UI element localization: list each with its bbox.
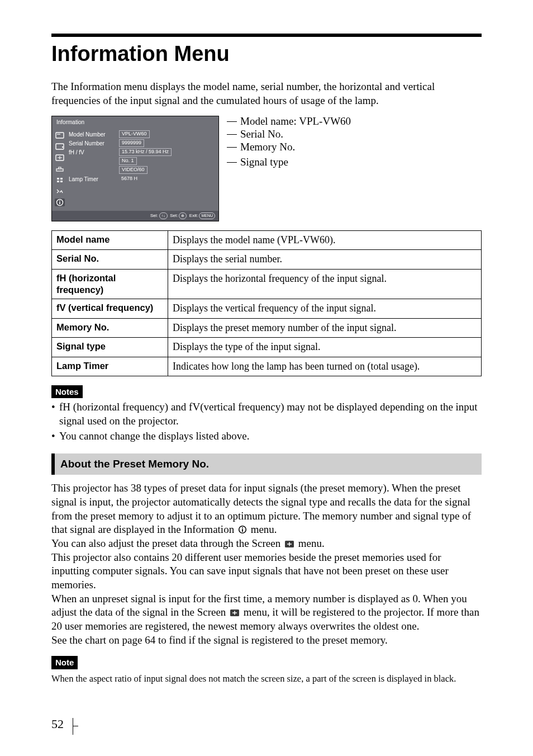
osd-footer-sel: Sel: bbox=[150, 213, 158, 218]
page-corner-mark bbox=[73, 718, 80, 735]
row-header: fH (horizontal frequency) bbox=[52, 269, 168, 299]
osd-fhfv-label: fH / fV bbox=[69, 149, 119, 156]
osd-panel: Information Model NumberVPL-VW60 Serial … bbox=[51, 116, 219, 221]
osd-footer: Sel:↑↓ Set:⊕ Exit:MENU bbox=[52, 211, 218, 221]
body-p3: This projector also contains 20 differen… bbox=[51, 551, 482, 592]
svg-rect-6 bbox=[57, 181, 59, 182]
svg-rect-3 bbox=[56, 169, 63, 171]
information-icon bbox=[238, 525, 247, 534]
notes-list: fH (horizontal frequency) and fV(vertica… bbox=[51, 400, 482, 443]
list-item: fH (horizontal frequency) and fV(vertica… bbox=[51, 400, 482, 428]
osd-signal-value: VIDEO/60 bbox=[119, 166, 147, 174]
note-text: When the aspect ratio of input signal do… bbox=[51, 673, 482, 684]
svg-rect-1 bbox=[56, 144, 64, 149]
osd-footer-sel-key: ↑↓ bbox=[159, 212, 168, 219]
svg-rect-10 bbox=[59, 202, 60, 204]
table-row: fV (vertical frequency)Displays the vert… bbox=[52, 299, 482, 318]
info-table: Model nameDisplays the model name (VPL-V… bbox=[51, 230, 482, 376]
screen-icon bbox=[230, 609, 240, 617]
row-header: Model name bbox=[52, 230, 168, 249]
callout-serial-no: Serial No. bbox=[227, 130, 351, 139]
svg-point-12 bbox=[242, 527, 243, 528]
table-row: fH (horizontal frequency)Displays the ho… bbox=[52, 269, 482, 299]
screen-icon bbox=[55, 154, 65, 162]
list-item: You cannot change the displays listed ab… bbox=[51, 429, 482, 443]
note-tag: Note bbox=[51, 656, 78, 669]
svg-rect-7 bbox=[60, 181, 63, 182]
function-icon bbox=[55, 176, 65, 184]
callout-signal-type: Signal type bbox=[227, 158, 351, 167]
osd-lamp-label: Lamp Timer bbox=[69, 176, 119, 183]
osd-footer-exit: Exit: bbox=[189, 213, 198, 218]
osd-model-value: VPL-VW60 bbox=[119, 130, 150, 138]
svg-rect-4 bbox=[57, 178, 59, 179]
table-row: Lamp TimerIndicates how long the lamp ha… bbox=[52, 357, 482, 376]
row-header: Lamp Timer bbox=[52, 357, 168, 376]
setup-icon bbox=[55, 165, 65, 173]
row-desc: Displays the horizontal frequency of the… bbox=[168, 269, 482, 299]
osd-serial-value: 9999999 bbox=[119, 139, 144, 147]
body-p5: See the chart on page 64 to find if the … bbox=[51, 634, 482, 648]
page-title: Information Menu bbox=[51, 40, 482, 68]
osd-serial-label: Serial Number bbox=[69, 140, 119, 147]
installation-icon bbox=[55, 187, 65, 195]
osd-footer-exit-key: MENU bbox=[199, 212, 215, 219]
osd-title: Information bbox=[52, 116, 218, 128]
body-text: This projector has 38 types of preset da… bbox=[51, 481, 482, 647]
osd-figure: Information Model NumberVPL-VW60 Serial … bbox=[51, 116, 482, 221]
row-desc: Displays the type of the input signal. bbox=[168, 338, 482, 357]
osd-fhfv-value: 15.73 kHz / 59.94 Hz bbox=[119, 148, 172, 156]
table-row: Signal typeDisplays the type of the inpu… bbox=[52, 338, 482, 357]
svg-point-9 bbox=[59, 200, 60, 201]
row-header: Serial No. bbox=[52, 250, 168, 269]
body-p2b: menu. bbox=[298, 537, 325, 549]
body-p2a: You can also adjust the preset data thro… bbox=[51, 537, 283, 549]
svg-rect-0 bbox=[56, 133, 64, 138]
section-heading: About the Preset Memory No. bbox=[51, 453, 482, 475]
row-desc: Displays the vertical frequency of the i… bbox=[168, 299, 482, 318]
osd-footer-set: Set: bbox=[170, 213, 178, 218]
row-header: Signal type bbox=[52, 338, 168, 357]
row-desc: Indicates how long the lamp has been tur… bbox=[168, 357, 482, 376]
notes-tag: Notes bbox=[51, 385, 83, 399]
intro-text: The Information menu displays the model … bbox=[51, 80, 482, 107]
advanced-picture-icon bbox=[55, 143, 65, 150]
osd-callouts: Model name: VPL-VW60 Serial No. Memory N… bbox=[219, 116, 351, 168]
picture-icon bbox=[55, 131, 65, 139]
information-icon bbox=[55, 199, 65, 206]
osd-footer-set-key: ⊕ bbox=[179, 212, 187, 219]
svg-rect-5 bbox=[60, 178, 63, 179]
osd-memory-value: No. 1 bbox=[119, 157, 137, 165]
row-header: fV (vertical frequency) bbox=[52, 299, 168, 318]
row-desc: Displays the serial number. bbox=[168, 250, 482, 269]
osd-model-label: Model Number bbox=[69, 131, 119, 138]
table-row: Model nameDisplays the model name (VPL-V… bbox=[52, 230, 482, 249]
screen-icon bbox=[284, 540, 294, 548]
table-row: Serial No.Displays the serial number. bbox=[52, 250, 482, 269]
page-number: 52 bbox=[51, 716, 64, 733]
osd-menu-icons bbox=[52, 128, 68, 211]
body-p1b: menu. bbox=[251, 523, 277, 535]
row-header: Memory No. bbox=[52, 318, 168, 337]
svg-rect-13 bbox=[242, 529, 243, 532]
row-desc: Displays the preset memory number of the… bbox=[168, 318, 482, 337]
table-row: Memory No.Displays the preset memory num… bbox=[52, 318, 482, 337]
title-rule bbox=[51, 34, 482, 37]
callout-memory-no: Memory No. bbox=[227, 143, 351, 152]
row-desc: Displays the model name (VPL-VW60). bbox=[168, 230, 482, 249]
callout-model-name: Model name: VPL-VW60 bbox=[227, 117, 351, 126]
osd-lamp-value: 5678 H bbox=[119, 176, 140, 182]
